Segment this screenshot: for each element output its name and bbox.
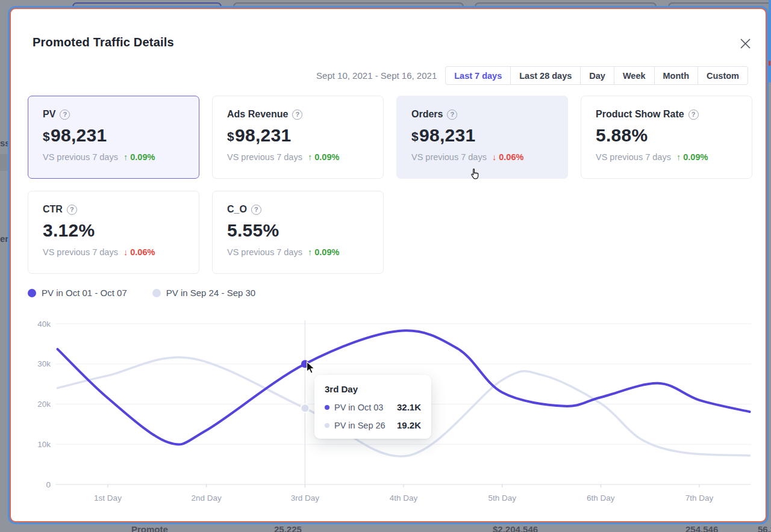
metric-card-pv[interactable]: PV ? $98,231 VS previous 7 days ↑ 0.09%: [28, 96, 199, 179]
active-point-previous: [301, 404, 309, 412]
trend-up-indicator: ↑ 0.09%: [123, 152, 155, 162]
period-button-custom[interactable]: Custom: [698, 66, 748, 85]
active-point-current: [301, 360, 309, 368]
tooltip-title: 3rd Day: [325, 384, 421, 394]
y-axis-tick-label: 40k: [37, 320, 51, 329]
metric-label: Orders: [411, 109, 443, 120]
x-axis-tick-label: 1st Day: [94, 493, 122, 503]
vs-label: VS previous 7 days: [43, 152, 118, 162]
vs-label: VS previous 7 days: [227, 247, 302, 257]
background-table-cell: Promote: [131, 524, 168, 532]
help-icon[interactable]: ?: [67, 205, 77, 215]
metric-value: 5.55%: [227, 220, 369, 241]
period-button-week[interactable]: Week: [614, 66, 655, 85]
close-button[interactable]: [737, 35, 754, 52]
x-axis-tick-label: 2nd Day: [192, 493, 222, 503]
period-button-group: Last 7 days Last 28 days Day Week Month …: [445, 66, 748, 85]
metric-value: $98,231: [227, 125, 369, 146]
help-icon[interactable]: ?: [292, 110, 302, 120]
background-table-cell: $2,204,546: [493, 524, 538, 532]
period-button-last-28-days[interactable]: Last 28 days: [510, 66, 581, 85]
promoted-traffic-details-modal: Promoted Traffic Details Sept 10, 2021 -…: [10, 8, 767, 522]
help-icon[interactable]: ?: [447, 110, 457, 120]
legend-item-previous-period[interactable]: PV in Sep 24 - Sep 30: [152, 288, 255, 298]
legend-dot-purple: [28, 289, 36, 297]
metric-label: CTR: [43, 204, 63, 215]
x-axis-tick-label: 7th Day: [685, 493, 714, 503]
period-button-last-7-days[interactable]: Last 7 days: [445, 66, 511, 85]
trend-down-indicator: ↓ 0.06%: [123, 247, 155, 257]
tooltip-row: PV in Oct 03 32.1K: [325, 402, 421, 412]
metric-value: 5.88%: [596, 125, 737, 146]
trend-up-indicator: ↑ 0.09%: [676, 152, 708, 162]
x-axis-tick-label: 5th Day: [488, 493, 516, 503]
y-axis-tick-label: 20k: [37, 400, 51, 409]
trend-up-indicator: ↑ 0.09%: [308, 247, 339, 257]
background-table-cell: 25,225: [274, 524, 302, 532]
metric-cards-grid: PV ? $98,231 VS previous 7 days ↑ 0.09% …: [28, 96, 752, 274]
background-text-fragment: er: [0, 234, 8, 244]
metric-card-orders[interactable]: Orders ? $98,231 VS previous 7 days ↓ 0.…: [396, 96, 568, 179]
background-table-cell: 254,546: [685, 524, 718, 532]
metric-label: Ads Revenue: [227, 109, 288, 120]
period-controls: Sept 10, 2021 - Sept 16, 2021 Last 7 day…: [316, 66, 748, 85]
metric-card-product-show-rate[interactable]: Product Show Rate ? 5.88% VS previous 7 …: [581, 96, 752, 179]
period-button-day[interactable]: Day: [580, 66, 614, 85]
help-icon[interactable]: ?: [251, 205, 261, 215]
chart-tooltip: 3rd Day PV in Oct 03 32.1K PV in Sep 26 …: [314, 375, 431, 439]
vs-label: VS previous 7 days: [43, 247, 118, 257]
y-axis-tick-label: 10k: [37, 440, 51, 449]
x-axis-tick-label: 6th Day: [587, 493, 615, 503]
metric-value: $98,231: [43, 125, 184, 146]
metric-card-ads-revenue[interactable]: Ads Revenue ? $98,231 VS previous 7 days…: [212, 96, 384, 179]
metric-label: Product Show Rate: [596, 109, 684, 120]
vs-label: VS previous 7 days: [596, 152, 671, 162]
trend-up-indicator: ↑ 0.09%: [308, 152, 339, 162]
close-icon: [740, 38, 751, 49]
legend-item-current-period[interactable]: PV in Oct 01 - Oct 07: [28, 288, 127, 298]
trend-down-indicator: ↓ 0.06%: [492, 152, 523, 162]
date-range-label: Sept 10, 2021 - Sept 16, 2021: [316, 70, 437, 81]
background-table-cell: 56.3: [758, 524, 771, 532]
y-axis-tick-label: 30k: [37, 359, 51, 368]
help-icon[interactable]: ?: [688, 110, 699, 120]
y-axis-tick-label: 0: [46, 480, 51, 489]
chart-legend: PV in Oct 01 - Oct 07 PV in Sep 24 - Sep…: [28, 288, 255, 298]
metric-value: $98,231: [411, 125, 553, 146]
page-title: Promoted Traffic Details: [33, 36, 174, 49]
vs-label: VS previous 7 days: [411, 152, 487, 162]
x-axis-tick-label: 4th Day: [390, 493, 418, 503]
metric-label: PV: [43, 109, 55, 120]
help-icon[interactable]: ?: [60, 110, 70, 120]
legend-dot-gray: [152, 289, 161, 297]
background-row-band: [0, 154, 10, 171]
metric-card-c-o[interactable]: C_O ? 5.55% VS previous 7 days ↑ 0.09%: [212, 191, 384, 274]
tooltip-row: PV in Sep 26 19.2K: [325, 420, 421, 430]
metric-value: 3.12%: [43, 220, 184, 241]
period-button-month[interactable]: Month: [654, 66, 698, 85]
background-red-marker: [769, 61, 770, 66]
background-text-fragment: ss: [0, 138, 10, 148]
metric-label: C_O: [227, 204, 247, 215]
tooltip-series-dot: [325, 423, 329, 428]
vs-label: VS previous 7 days: [227, 152, 302, 162]
background-window-border: [769, 0, 771, 82]
metric-card-ctr[interactable]: CTR ? 3.12% VS previous 7 days ↓ 0.06%: [28, 191, 199, 274]
x-axis-tick-label: 3rd Day: [291, 493, 320, 503]
tooltip-series-dot: [325, 405, 329, 410]
